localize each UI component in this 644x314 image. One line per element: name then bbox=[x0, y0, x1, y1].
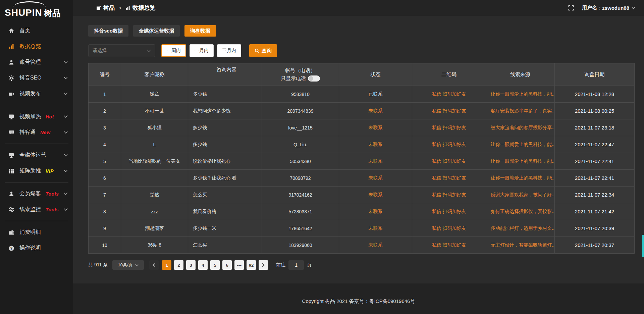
monitor-icon bbox=[8, 152, 15, 158]
scrollbar-thumb[interactable] bbox=[642, 235, 644, 257]
brand-logo[interactable]: SHUPIN 树品 bbox=[0, 0, 73, 19]
cell-account: 9583810 bbox=[262, 86, 339, 102]
topbar: 树品 > 数据总览 用户名： zswodun88 bbox=[73, 0, 644, 16]
page-button-5[interactable]: 5 bbox=[210, 260, 220, 270]
cell-lead-source-link[interactable]: 让你一眼就爱上的黑科技，能... bbox=[486, 153, 554, 169]
sidebar-item-home[interactable]: 首页 bbox=[0, 23, 73, 39]
chevron-down-icon bbox=[64, 154, 68, 157]
page-button-2[interactable]: 2 bbox=[174, 260, 183, 270]
tab-omni-media-data[interactable]: 全媒体运营数据 bbox=[133, 25, 180, 37]
page-size-select[interactable]: 10条/页 bbox=[112, 260, 144, 270]
cell-inquiry-content: 多少钱 bbox=[188, 136, 262, 153]
phone-only-toggle[interactable] bbox=[308, 75, 320, 82]
cell-lead-source-link[interactable]: 客厅安装投影半年多了，真实... bbox=[486, 103, 554, 119]
phone-toggle-row: 只显示电话 bbox=[281, 74, 320, 83]
page-button-3[interactable]: 3 bbox=[186, 260, 196, 270]
cell-qrcode-link[interactable]: 私信 扫码加好友 bbox=[412, 220, 486, 237]
cell-status: 未联系 bbox=[339, 103, 412, 119]
cell-nickname: 当地比较能吃的一位美女 bbox=[121, 153, 188, 169]
gear-icon bbox=[8, 75, 15, 81]
cell-status: 未联系 bbox=[339, 220, 412, 237]
cell-inquiry-content: 说说价格让我死心 bbox=[188, 153, 262, 169]
sidebar-item-label: 视频加热 bbox=[19, 113, 41, 120]
tools-badge: Tools bbox=[46, 207, 59, 212]
search-button[interactable]: 查询 bbox=[249, 44, 277, 57]
cell-qrcode-link[interactable]: 私信 扫码加好友 bbox=[412, 103, 486, 119]
cell-status: 未联系 bbox=[339, 136, 412, 153]
next-page-button[interactable] bbox=[259, 260, 268, 270]
sidebar-item-video-publish[interactable]: 视频发布 bbox=[0, 86, 73, 102]
breadcrumb-root[interactable]: 树品 bbox=[103, 4, 115, 12]
cell-lead-source-link[interactable]: 让你一眼就爱上的黑科技，能... bbox=[486, 170, 554, 186]
topbar-right: 用户名： zswodun88 bbox=[568, 5, 635, 11]
sidebar-item-omni-media[interactable]: 全媒体运营 bbox=[0, 147, 73, 163]
cell-inquiry-date: 2021-11-07 22:41 bbox=[554, 153, 634, 169]
sidebar-item-doukotong[interactable]: 抖客通 New bbox=[0, 124, 73, 140]
filter-select[interactable]: 请选择 bbox=[88, 44, 155, 57]
filter-select-placeholder: 请选择 bbox=[93, 48, 107, 54]
breadcrumb-current[interactable]: 数据总览 bbox=[132, 4, 155, 12]
cell-lead-source-link[interactable]: 多功能护栏灯，适用于乡村文... bbox=[486, 220, 554, 237]
page-button-6[interactable]: 6 bbox=[222, 260, 232, 270]
sidebar-item-lead-monitor[interactable]: 线索监控 Tools bbox=[0, 202, 73, 217]
cell-lead-source-link[interactable]: 如何正确选择投影仪，买投影... bbox=[486, 203, 554, 220]
page-button-92[interactable]: 92 bbox=[247, 260, 256, 270]
cell-index: 1 bbox=[89, 86, 121, 102]
range-button-week[interactable]: 一周内 bbox=[161, 44, 186, 57]
chevron-down-icon bbox=[135, 264, 139, 266]
cell-lead-source-link[interactable]: 让你一眼就爱上的黑科技，能... bbox=[486, 86, 554, 102]
user-icon bbox=[8, 59, 15, 65]
cell-nickname: L bbox=[121, 136, 188, 153]
sidebar-item-instructions[interactable]: ? 操作说明 bbox=[0, 240, 73, 256]
cell-status: 未联系 bbox=[339, 187, 412, 203]
user-menu[interactable]: 用户名： zswodun88 bbox=[582, 5, 635, 11]
cell-inquiry-date: 2021-11-07 20:37 bbox=[554, 237, 634, 253]
page-ellipsis-button[interactable]: ••• bbox=[234, 260, 244, 270]
cell-qrcode-link[interactable]: 私信 扫码加好友 bbox=[412, 153, 486, 169]
table-row: 4 L 多少钱 Q_Liu. 未联系 私信 扫码加好友 让你一眼就爱上的黑科技，… bbox=[89, 136, 634, 153]
tab-douyin-seo-data[interactable]: 抖音seo数据 bbox=[88, 25, 128, 37]
sidebar-item-account-management[interactable]: 账号管理 bbox=[0, 54, 73, 70]
cell-qrcode-link[interactable]: 私信 扫码加好友 bbox=[412, 203, 486, 220]
sidebar-item-douyin-seo[interactable]: 抖音SEO bbox=[0, 70, 73, 86]
cell-qrcode-link[interactable]: 私信 扫码加好友 bbox=[412, 187, 486, 203]
sidebar-item-spend-details[interactable]: 消费明细 bbox=[0, 224, 73, 240]
search-button-label: 查询 bbox=[262, 48, 272, 54]
sidebar-item-data-overview[interactable]: 数据总览 bbox=[0, 39, 73, 54]
prev-page-button[interactable] bbox=[149, 260, 159, 270]
cell-lead-source-link[interactable]: 无主灯设计，智能磁吸轨道灯... bbox=[486, 237, 554, 253]
sidebar-item-member-burst[interactable]: 会员爆客 Tools bbox=[0, 186, 73, 202]
chevron-down-icon bbox=[147, 49, 151, 52]
cell-lead-source-link[interactable]: 让你一眼就爱上的黑科技，能... bbox=[486, 136, 554, 153]
cell-qrcode-link[interactable]: 私信 扫码加好友 bbox=[412, 237, 486, 253]
cell-nickname bbox=[121, 170, 188, 186]
cell-qrcode-link[interactable]: 私信 扫码加好友 bbox=[412, 136, 486, 153]
fullscreen-icon[interactable] bbox=[568, 5, 574, 11]
cell-inquiry-content: 多少钱一米 bbox=[188, 220, 262, 237]
cell-inquiry-date: 2021-11-07 22:47 bbox=[554, 136, 634, 153]
range-button-quarter[interactable]: 三月内 bbox=[217, 44, 241, 57]
sidebar-item-video-heat[interactable]: 视频加热 Hot bbox=[0, 109, 73, 124]
cell-inquiry-content: 多少钱 bbox=[188, 119, 262, 136]
cell-lead-source-link[interactable]: 感谢大家喜欢我家，被问了好... bbox=[486, 187, 554, 203]
cell-account: 2097344839 bbox=[262, 103, 339, 119]
tab-inquiry-data[interactable]: 询盘数据 bbox=[184, 25, 216, 37]
cell-account: 572803371 bbox=[262, 203, 339, 220]
cell-lead-source-link[interactable]: 被大家追着问的客厅投影分享... bbox=[486, 119, 554, 136]
sidebar-item-matrix-boost[interactable]: 矩阵助推 VIP bbox=[0, 163, 73, 179]
cell-qrcode-link[interactable]: 私信 扫码加好友 bbox=[412, 119, 486, 136]
page-button-1[interactable]: 1 bbox=[162, 260, 171, 270]
goto-page-input[interactable] bbox=[288, 260, 304, 270]
sidebar-item-label: 抖客通 bbox=[19, 129, 36, 136]
range-button-month[interactable]: 一月内 bbox=[190, 44, 214, 57]
chevron-down-icon bbox=[64, 115, 68, 118]
page-button-4[interactable]: 4 bbox=[198, 260, 208, 270]
question-circle-icon: ? bbox=[8, 245, 15, 251]
cell-qrcode-link[interactable]: 私信 扫码加好友 bbox=[412, 86, 486, 102]
cell-nickname: 狐小狸 bbox=[121, 119, 188, 136]
table-row: 9 潮起潮落 多少钱一米 178651642 未联系 私信 扫码加好友 多功能护… bbox=[89, 220, 634, 237]
goto-suffix: 页 bbox=[307, 262, 312, 268]
logo-arc-decoration bbox=[13, 1, 46, 7]
cell-qrcode-link[interactable]: 私信 扫码加好友 bbox=[412, 170, 486, 186]
tools-badge: Tools bbox=[46, 191, 59, 197]
